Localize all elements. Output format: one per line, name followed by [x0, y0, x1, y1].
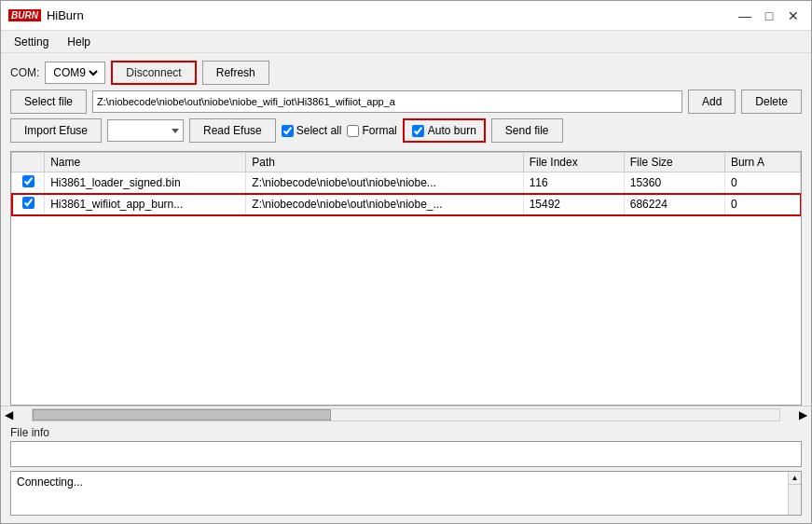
col-header-filesize: File Size [624, 153, 724, 172]
maximize-button[interactable]: □ [759, 6, 779, 26]
file-info-label: File info [10, 426, 802, 439]
disconnect-button[interactable]: Disconnect [111, 61, 196, 85]
row1-name: Hi3861_loader_signed.bin [45, 172, 246, 194]
minimize-button[interactable]: — [735, 6, 755, 26]
toolbar-row-3: Import Efuse Read Efuse Select all Forma… [10, 118, 802, 143]
log-scrollbar[interactable]: ▲ [788, 472, 801, 515]
select-all-label: Select all [296, 124, 342, 137]
select-file-button[interactable]: Select file [10, 90, 87, 114]
row2-path: Z:\niobecode\niobe\out\niobe\niobe_... [246, 194, 523, 215]
com-label: COM: [10, 66, 39, 79]
auto-burn-checkbox[interactable] [412, 125, 424, 137]
import-efuse-button[interactable]: Import Efuse [10, 118, 102, 143]
row2-check-cell[interactable] [12, 194, 45, 215]
col-header-name: Name [45, 153, 246, 172]
row2-name: Hi3861_wifiiot_app_burn... [45, 194, 246, 215]
app-title: HiBurn [47, 8, 84, 22]
formal-checkbox-label[interactable]: Formal [347, 124, 396, 137]
scroll-right-btn[interactable]: ▶ [795, 408, 811, 421]
row2-checkbox[interactable] [22, 197, 34, 209]
horizontal-scrollbar[interactable] [32, 408, 780, 421]
table-header-row: Name Path File Index File Size Burn A [12, 153, 801, 172]
select-all-checkbox[interactable] [282, 125, 294, 137]
select-all-checkbox-label[interactable]: Select all [282, 124, 342, 137]
col-header-path: Path [246, 153, 523, 172]
row2-burna: 0 [724, 194, 800, 215]
app-logo: BURN [8, 9, 41, 21]
read-efuse-button[interactable]: Read Efuse [189, 118, 276, 143]
horizontal-scrollbar-thumb[interactable] [33, 409, 331, 421]
title-bar-controls: — □ ✕ [735, 6, 804, 26]
com-select[interactable]: COM9 COM1 COM2 COM3 [45, 62, 105, 84]
auto-burn-label: Auto burn [428, 124, 476, 137]
row1-path: Z:\niobecode\niobe\out\niobe\niobe... [246, 172, 523, 194]
horizontal-scrollbar-area: ◀ ▶ [1, 406, 811, 422]
auto-burn-container[interactable]: Auto burn [403, 118, 486, 143]
file-info-section: File info [10, 426, 802, 467]
title-bar-left: BURN HiBurn [8, 8, 84, 22]
log-section: Connecting... ▲ [10, 471, 802, 516]
main-window: BURN HiBurn — □ ✕ Setting Help COM: COM9… [0, 0, 812, 524]
log-text: Connecting... [17, 476, 83, 489]
formal-checkbox[interactable] [347, 125, 359, 137]
refresh-button[interactable]: Refresh [202, 61, 269, 85]
row1-check-cell[interactable] [12, 172, 45, 194]
toolbar-row-2: Select file Z:\niobecode\niobe\out\niobe… [10, 90, 802, 114]
delete-button[interactable]: Delete [741, 90, 802, 114]
table-row[interactable]: Hi3861_loader_signed.bin Z:\niobecode\ni… [12, 172, 801, 194]
file-path-display: Z:\niobecode\niobe\out\niobe\niobe_wifi_… [92, 90, 682, 113]
close-button[interactable]: ✕ [783, 6, 804, 26]
table-row[interactable]: Hi3861_wifiiot_app_burn... Z:\niobecode\… [12, 194, 801, 215]
col-header-fileindex: File Index [523, 153, 624, 172]
row1-fileindex: 116 [523, 172, 624, 194]
row1-filesize: 15360 [624, 172, 724, 194]
menu-bar: Setting Help [1, 31, 811, 53]
row2-filesize: 686224 [624, 194, 724, 215]
files-table-container[interactable]: Name Path File Index File Size Burn A Hi… [10, 151, 802, 406]
row1-burna: 0 [724, 172, 800, 194]
log-box: Connecting... ▲ [10, 471, 802, 516]
files-table: Name Path File Index File Size Burn A Hi… [11, 152, 801, 215]
formal-label: Formal [362, 124, 396, 137]
log-scroll-up-btn[interactable]: ▲ [789, 472, 801, 485]
menu-setting[interactable]: Setting [5, 34, 58, 50]
col-header-burna: Burn A [724, 153, 800, 172]
col-header-check [12, 153, 45, 172]
file-info-box [10, 441, 802, 467]
add-button[interactable]: Add [688, 90, 736, 114]
send-file-button[interactable]: Send file [491, 118, 563, 143]
com-dropdown[interactable]: COM9 COM1 COM2 COM3 [49, 65, 101, 80]
row2-fileindex: 15492 [523, 194, 624, 215]
row1-checkbox[interactable] [22, 175, 34, 187]
toolbar-row-1: COM: COM9 COM1 COM2 COM3 Disconnect Refr… [10, 61, 802, 85]
scroll-left-btn[interactable]: ◀ [1, 408, 17, 421]
menu-help[interactable]: Help [58, 34, 100, 50]
efuse-dropdown[interactable] [107, 119, 184, 142]
title-bar: BURN HiBurn — □ ✕ [1, 1, 811, 31]
toolbar: COM: COM9 COM1 COM2 COM3 Disconnect Refr… [1, 53, 811, 151]
efuse-arrow-icon [172, 129, 179, 133]
